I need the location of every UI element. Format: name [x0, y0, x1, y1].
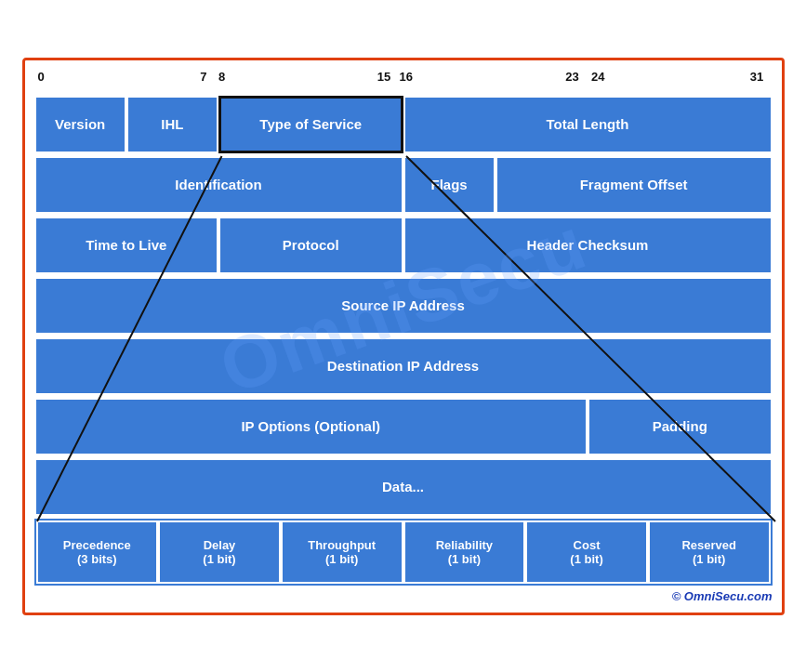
cell-6-0: Data...: [34, 458, 773, 516]
cell-0-1: IHL: [126, 96, 218, 153]
cell-0-2: Type of Service: [218, 96, 403, 153]
row-0: VersionIHLType of ServiceTotal Length: [34, 96, 773, 153]
cell-1-0: Identification: [34, 156, 403, 214]
ruler-label-8: 8: [218, 70, 225, 84]
copyright: © OmniSecu.com: [34, 586, 773, 603]
ruler-label-31: 31: [750, 70, 763, 84]
cell-5-1: Padding: [588, 398, 773, 455]
ruler-label-23: 23: [565, 70, 578, 84]
expansion-cell-0: Precedence (3 bits): [36, 520, 159, 584]
diagram-inner: 0781516232431 OmniSecu VersionIHLType of…: [34, 70, 773, 586]
cell-1-2: Fragment Offset: [495, 156, 773, 214]
row-5: IP Options (Optional)Padding: [34, 398, 773, 455]
cell-4-0: Destination IP Address: [34, 337, 773, 395]
row-1: IdentificationFlagsFragment Offset: [34, 156, 773, 214]
diagram: OmniSecu VersionIHLType of ServiceTotal …: [34, 96, 773, 516]
cell-5-0: IP Options (Optional): [34, 398, 588, 455]
cell-0-0: Version: [34, 96, 126, 153]
ruler-label-16: 16: [400, 70, 413, 84]
row-2: Time to LiveProtocolHeader Checksum: [34, 217, 773, 274]
ruler-label-15: 15: [377, 70, 390, 84]
ruler-label-0: 0: [37, 70, 44, 84]
ruler-label-24: 24: [591, 70, 604, 84]
cell-2-0: Time to Live: [34, 217, 219, 274]
row-4: Destination IP Address: [34, 337, 773, 395]
expansion-cell-3: Reliability (1 bit): [403, 520, 526, 584]
bit-ruler: 0781516232431: [34, 70, 773, 96]
expansion-cell-4: Cost (1 bit): [525, 520, 648, 584]
expansion-cells: Precedence (3 bits)Delay (1 bit)Throughp…: [36, 520, 771, 584]
cell-2-1: Protocol: [218, 217, 403, 274]
cell-1-1: Flags: [403, 156, 495, 214]
cell-3-0: Source IP Address: [34, 277, 773, 335]
outer-container: 0781516232431 OmniSecu VersionIHLType of…: [22, 58, 785, 615]
cell-0-3: Total Length: [403, 96, 773, 153]
expansion-cell-5: Reserved (1 bit): [648, 520, 771, 584]
expansion-box: Precedence (3 bits)Delay (1 bit)Throughp…: [34, 519, 773, 586]
expansion-cell-2: Throughput (1 bit): [281, 520, 403, 584]
cell-2-2: Header Checksum: [403, 217, 773, 274]
row-6: Data...: [34, 458, 773, 516]
ruler-label-7: 7: [200, 70, 206, 84]
row-3: Source IP Address: [34, 277, 773, 335]
expansion-cell-1: Delay (1 bit): [158, 520, 281, 584]
